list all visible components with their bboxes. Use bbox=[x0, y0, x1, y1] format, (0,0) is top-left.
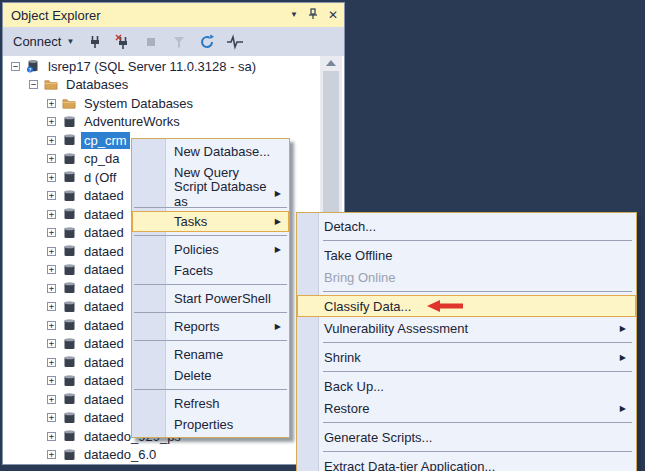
tree-item-label[interactable]: dataed bbox=[81, 298, 127, 315]
tree-item-label[interactable]: dataed bbox=[81, 243, 127, 260]
menu-item-new-database[interactable]: New Database... bbox=[132, 141, 289, 162]
expand-expander-icon[interactable]: + bbox=[47, 395, 56, 404]
expand-expander-icon[interactable]: + bbox=[47, 228, 56, 237]
tree-item-label[interactable]: System Databases bbox=[81, 95, 196, 112]
expand-expander-icon[interactable]: + bbox=[47, 432, 56, 441]
tree-row[interactable]: +System Databases bbox=[3, 94, 344, 113]
menu-separator bbox=[132, 337, 289, 344]
menu-item-label: Classify Data... bbox=[324, 299, 411, 314]
submenu-arrow-icon: ▶ bbox=[620, 324, 626, 333]
expand-expander-icon[interactable]: + bbox=[47, 284, 56, 293]
database-icon bbox=[62, 355, 76, 369]
window-position-icon[interactable]: ▼ bbox=[290, 11, 298, 19]
tree-item-label[interactable]: dataed bbox=[81, 317, 127, 334]
menu-separator bbox=[297, 237, 636, 244]
menu-separator bbox=[132, 232, 289, 239]
disconnect-icon[interactable] bbox=[112, 32, 134, 52]
expand-expander-icon[interactable]: + bbox=[47, 173, 56, 182]
expand-expander-icon[interactable]: + bbox=[47, 117, 56, 126]
menu-item-label: Bring Online bbox=[324, 270, 396, 285]
tree-item-label[interactable]: dataed bbox=[81, 261, 127, 278]
tree-item-label[interactable]: dataedo_6.0 bbox=[81, 446, 159, 463]
menu-item-restore[interactable]: Restore▶ bbox=[297, 397, 636, 419]
expand-expander-icon[interactable]: + bbox=[47, 265, 56, 274]
tree-item-label[interactable]: cp_da bbox=[81, 150, 122, 167]
menu-separator bbox=[297, 448, 636, 455]
connect-button[interactable]: Connect ▼ bbox=[9, 32, 78, 51]
menu-item-label: Refresh bbox=[174, 396, 220, 411]
tree-row[interactable]: +AdventureWorks bbox=[3, 113, 344, 132]
expand-expander-icon[interactable]: + bbox=[47, 358, 56, 367]
panel-title: Object Explorer bbox=[11, 8, 290, 23]
expand-expander-icon[interactable]: + bbox=[47, 339, 56, 348]
tree-item-label[interactable]: d (Off bbox=[81, 169, 119, 186]
submenu-arrow-icon: ▶ bbox=[620, 353, 626, 362]
database-icon bbox=[62, 263, 76, 277]
expand-expander-icon[interactable]: + bbox=[47, 321, 56, 330]
object-explorer-toolbar: Connect ▼ bbox=[3, 27, 344, 56]
database-icon bbox=[62, 411, 76, 425]
expand-expander-icon[interactable]: + bbox=[47, 450, 56, 459]
collapse-expander-icon[interactable]: − bbox=[11, 62, 20, 71]
menu-item-delete[interactable]: Delete bbox=[132, 365, 289, 386]
menu-item-detach[interactable]: Detach... bbox=[297, 215, 636, 237]
connect-label: Connect bbox=[13, 34, 61, 49]
tree-item-label[interactable]: dataed bbox=[81, 224, 127, 241]
collapse-expander-icon[interactable]: − bbox=[29, 80, 38, 89]
menu-item-refresh[interactable]: Refresh bbox=[132, 393, 289, 414]
tree-item-label[interactable]: cp_crm bbox=[81, 132, 130, 149]
menu-item-vulnerability-assessment[interactable]: Vulnerability Assessment▶ bbox=[297, 317, 636, 339]
menu-item-extract-data-tier-application[interactable]: Extract Data-tier Application... bbox=[297, 455, 636, 471]
connect-icon[interactable] bbox=[84, 32, 106, 52]
activity-monitor-icon[interactable] bbox=[224, 32, 246, 52]
expand-expander-icon[interactable]: + bbox=[47, 210, 56, 219]
tree-item-label[interactable]: dataed bbox=[81, 335, 127, 352]
menu-item-policies[interactable]: Policies▶ bbox=[132, 239, 289, 260]
tree-row[interactable]: −?lsrep17 (SQL Server 11.0.3128 - sa) bbox=[3, 57, 344, 76]
menu-item-properties[interactable]: Properties bbox=[132, 414, 289, 435]
tree-item-label[interactable]: dataed bbox=[81, 354, 127, 371]
database-icon bbox=[62, 337, 76, 351]
tree-item-label[interactable]: dataed bbox=[81, 280, 127, 297]
menu-item-take-offline[interactable]: Take Offline bbox=[297, 244, 636, 266]
menu-item-generate-scripts[interactable]: Generate Scripts... bbox=[297, 426, 636, 448]
tree-item-label[interactable]: dataed bbox=[81, 187, 127, 204]
expand-expander-icon[interactable]: + bbox=[47, 302, 56, 311]
menu-item-script-database-as[interactable]: Script Database as▶ bbox=[132, 183, 289, 204]
database-icon bbox=[62, 392, 76, 406]
expand-expander-icon[interactable]: + bbox=[47, 154, 56, 163]
tree-item-label[interactable]: lsrep17 (SQL Server 11.0.3128 - sa) bbox=[45, 58, 259, 75]
menu-item-classify-data[interactable]: Classify Data... bbox=[297, 295, 636, 317]
expand-expander-icon[interactable]: + bbox=[47, 191, 56, 200]
menu-item-facets[interactable]: Facets bbox=[132, 260, 289, 281]
tree-item-label[interactable]: dataed bbox=[81, 409, 127, 426]
menu-item-back-up[interactable]: Back Up... bbox=[297, 375, 636, 397]
database-icon bbox=[62, 207, 76, 221]
close-icon[interactable]: ✕ bbox=[328, 9, 338, 21]
expand-expander-icon[interactable]: + bbox=[47, 247, 56, 256]
chevron-down-icon: ▼ bbox=[66, 37, 74, 46]
menu-item-rename[interactable]: Rename bbox=[132, 344, 289, 365]
tree-item-label[interactable]: Databases bbox=[63, 76, 131, 93]
refresh-icon[interactable] bbox=[196, 32, 218, 52]
tree-item-label[interactable]: dataed bbox=[81, 372, 127, 389]
tree-row[interactable]: +dataedo_6.0 bbox=[3, 446, 344, 465]
menu-item-label: Shrink bbox=[324, 350, 361, 365]
menu-item-reports[interactable]: Reports▶ bbox=[132, 316, 289, 337]
expand-expander-icon[interactable]: + bbox=[47, 413, 56, 422]
scroll-up-arrow-icon[interactable] bbox=[320, 56, 342, 70]
database-icon bbox=[62, 226, 76, 240]
tree-item-label[interactable]: dataed bbox=[81, 206, 127, 223]
submenu-arrow-icon: ▶ bbox=[620, 404, 626, 413]
expand-expander-icon[interactable]: + bbox=[47, 376, 56, 385]
menu-item-shrink[interactable]: Shrink▶ bbox=[297, 346, 636, 368]
menu-item-start-powershell[interactable]: Start PowerShell bbox=[132, 288, 289, 309]
expand-expander-icon[interactable]: + bbox=[47, 136, 56, 145]
tree-row[interactable]: −Databases bbox=[3, 76, 344, 95]
pin-icon[interactable] bbox=[308, 8, 318, 22]
database-icon bbox=[62, 300, 76, 314]
tree-item-label[interactable]: AdventureWorks bbox=[81, 113, 183, 130]
expand-expander-icon[interactable]: + bbox=[47, 99, 56, 108]
menu-item-tasks[interactable]: Tasks▶ bbox=[132, 211, 289, 232]
tree-item-label[interactable]: dataed bbox=[81, 391, 127, 408]
